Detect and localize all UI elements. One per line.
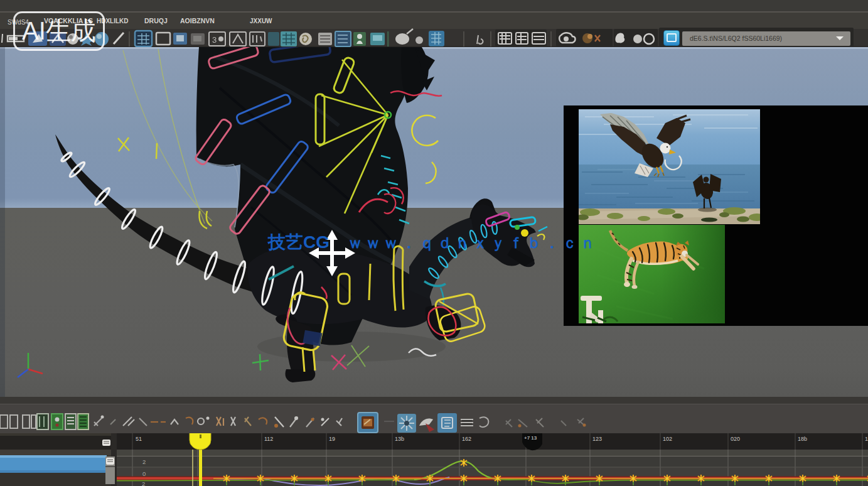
svg-text:1: 1 [865, 436, 868, 442]
svg-text:19: 19 [329, 436, 335, 442]
svg-text:162: 162 [462, 436, 471, 442]
svg-text:18b: 18b [798, 436, 807, 442]
svg-text:+7 13: +7 13 [524, 435, 537, 441]
svg-text:0: 0 [142, 470, 146, 477]
svg-text:020: 020 [731, 436, 740, 442]
svg-text:51: 51 [136, 436, 142, 442]
svg-text:13b: 13b [395, 436, 404, 442]
svg-text:3: 3 [212, 35, 217, 45]
svg-text:2: 2 [142, 480, 145, 486]
svg-text:123: 123 [592, 436, 602, 442]
svg-text:102: 102 [663, 436, 672, 442]
svg-text:2: 2 [142, 458, 146, 465]
svg-text:112: 112 [264, 436, 273, 442]
